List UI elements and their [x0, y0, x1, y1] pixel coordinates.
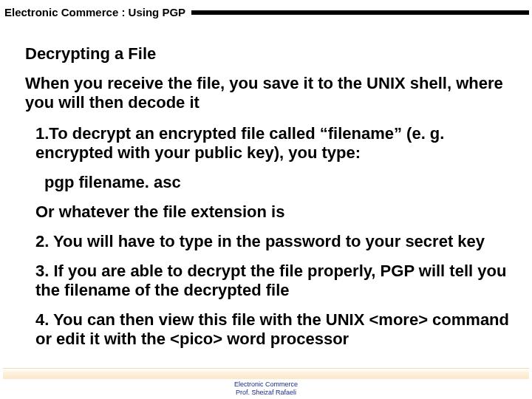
slide-footer: Electronic Commerce Prof. Sheizaf Rafael… [0, 368, 532, 396]
step-3: 3. If you are able to decrypt the file p… [35, 262, 510, 300]
footer-line-1: Electronic Commerce [0, 381, 532, 388]
footer-line-2: Prof. Sheizaf Rafaeli [0, 389, 532, 396]
command-note: Or whatever the file extension is [35, 202, 510, 222]
slide-header-title: Electronic Commerce : Using PGP [4, 6, 191, 18]
slide-header: Electronic Commerce : Using PGP [4, 6, 529, 18]
command-line: pgp filename. asc [44, 173, 510, 192]
slide-body: Decrypting a File When you receive the f… [25, 44, 510, 358]
step-1: 1.To decrypt an encrypted file called “f… [35, 124, 510, 163]
header-rule [191, 10, 529, 15]
slide: Electronic Commerce : Using PGP Decrypti… [0, 0, 532, 399]
intro-paragraph: When you receive the file, you save it t… [25, 74, 510, 112]
step-4: 4. You can then view this file with the … [35, 310, 510, 349]
step-2: 2. You will have to type in the password… [35, 232, 510, 251]
footer-rule [3, 368, 529, 379]
section-heading: Decrypting a File [25, 44, 510, 64]
